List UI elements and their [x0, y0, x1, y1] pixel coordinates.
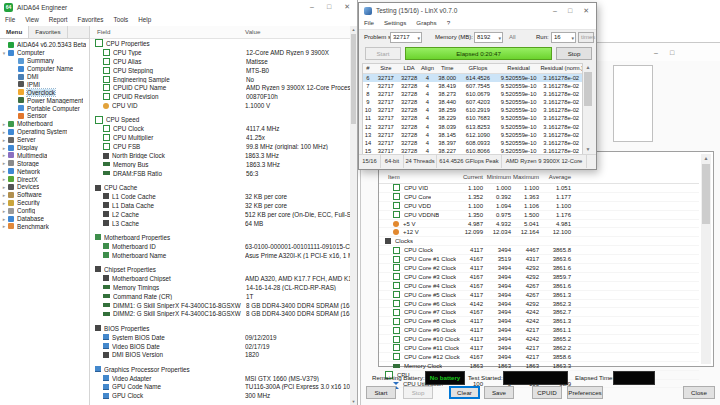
sensor-row-cpu-vid[interactable]: CPU VID1.1001.0001.1001.051 [379, 184, 699, 193]
result-row-8[interactable]: 83271732728438.273610.06799.520559e-103.… [363, 90, 582, 98]
sensor-row-clocks[interactable]: Clocks [379, 237, 699, 246]
tree-item-computer-name[interactable]: Computer Name [0, 65, 89, 73]
sensor-row-cpu-core-2-clock[interactable]: CPU Core #2 Clock4117349442923861.6 [379, 264, 699, 273]
field-row-chipset-properties[interactable]: Chipset Properties [90, 265, 351, 274]
tree-collapse-icon[interactable]: ▾ [0, 50, 8, 56]
tree-expand-icon[interactable]: ▸ [0, 152, 8, 158]
result-row-6[interactable]: 63271732728438.000614.45269.520559e-103.… [363, 74, 582, 82]
tree-item-ipmi[interactable]: IPMI [0, 80, 89, 88]
aida-menu-view[interactable]: View [20, 14, 44, 26]
field-row-gpu-clock[interactable]: GPU Clock300 MHz [90, 391, 351, 400]
field-row-video-bios-date[interactable]: Video BIOS Date02/17/19 [90, 342, 351, 351]
field-row-motherboard-properties[interactable]: Motherboard Properties [90, 233, 351, 242]
field-row-graphics-processor-properties[interactable]: Graphics Processor Properties [90, 365, 351, 374]
field-row-motherboard-id[interactable]: Motherboard ID63-0100-000001-00101111-09… [90, 242, 351, 251]
field-row-memory-bus[interactable]: Memory Bus1863.3 MHz [90, 160, 351, 169]
linx-menu-file[interactable]: File [359, 18, 379, 29]
field-row-cpuid-cpu-name[interactable]: CPUID CPU NameAMD Ryzen 9 3900X 12-Core … [90, 83, 351, 92]
field-row-gpu-code-name[interactable]: GPU Code NameTU116-300A (PCI Express 3.0… [90, 383, 351, 392]
tree-expand-icon[interactable]: ▸ [0, 216, 8, 222]
tree-item-config[interactable]: ▸Config [0, 207, 89, 215]
field-row-cpu-clock[interactable]: CPU Clock4117.4 MHz [90, 124, 351, 133]
tree-expand-icon[interactable]: ▸ [0, 200, 8, 206]
aida64-titlebar[interactable]: 64 AIDA64 Engineer – □ ✕ [0, 0, 357, 14]
problem-size-select[interactable]: 32717▾ [390, 32, 422, 43]
field-row-cpu-type[interactable]: CPU Type12-Core AMD Ryzen 9 3900X [90, 48, 351, 57]
field-row-l1-code-cache[interactable]: L1 Code Cache32 KB per core [90, 192, 351, 201]
field-row-system-bios-date[interactable]: System BIOS Date09/12/2019 [90, 333, 351, 342]
tree-item-dmi[interactable]: DMI [0, 73, 89, 81]
field-row-motherboard-chipset[interactable]: Motherboard ChipsetAMD A320, AMD K17.7 F… [90, 274, 351, 283]
scroll-thumb[interactable] [702, 164, 710, 224]
linx-menu-graphs[interactable]: Graphs [411, 18, 441, 29]
tree-expand-icon[interactable]: ▸ [0, 192, 8, 198]
tree-item-devices[interactable]: ▸Devices [0, 183, 89, 191]
field-row-north-bridge-clock[interactable]: North Bridge Clock1863.3 MHz [90, 151, 351, 160]
tree-item-operating-system[interactable]: ▸Operating System [0, 128, 89, 136]
tree-item-power-management[interactable]: Power Management [0, 96, 89, 104]
column-header-residual-norm[interactable]: Residual (norm.) [540, 64, 582, 73]
field-row-video-adapter[interactable]: Video AdapterMSI GTX 1660 (MS-V379) [90, 374, 351, 383]
stop-button[interactable]: Stop [403, 386, 433, 399]
tree-item-database[interactable]: ▸Database [0, 215, 89, 223]
tree-item-storage[interactable]: ▸Storage [0, 159, 89, 167]
sensor-row-cpu-core-10-clock[interactable]: CPU Core #10 Clock4117349442423865.2 [379, 335, 699, 344]
field-row-cpu-multiplier[interactable]: CPU Multiplier41.25x [90, 133, 351, 142]
tab-menu[interactable]: Menu [0, 26, 29, 38]
tree-expand-icon[interactable]: ▸ [0, 137, 8, 143]
column-header-time[interactable]: Time [435, 64, 459, 73]
field-row-engineering-sample[interactable]: Engineering SampleNo [90, 75, 351, 84]
scroll-up-icon[interactable]: ▲ [701, 154, 711, 163]
field-row-dimm1-g-skill-sniperx-f4-3400c16-8gsxw[interactable]: DIMM1: G Skill SniperX F4-3400C16-8GSXW8… [90, 301, 351, 310]
tree-expand-icon[interactable]: ▸ [0, 223, 8, 229]
field-row-memory-timings[interactable]: Memory Timings14-16-14-28 (CL-RCD-RP-RAS… [90, 283, 351, 292]
tree-item-aida64-v6-20-5343-beta[interactable]: AIDA64 v6.20.5343 Beta [0, 41, 89, 49]
linx-menu-[interactable]: ? [442, 18, 455, 29]
field-row-cpu-cache[interactable]: CPU Cache [90, 183, 351, 192]
sensor-row-cpu-clock[interactable]: CPU Clock4117349444673865.8 [379, 246, 699, 255]
result-row-13[interactable]: 133271732728438.145612.10909.520559e-103… [363, 131, 582, 139]
field-row-bios-properties[interactable]: BIOS Properties [90, 324, 351, 333]
field-row-cpu-properties[interactable]: CPU Properties [90, 39, 351, 48]
aida-menu-file[interactable]: File [0, 14, 20, 26]
tree-expand-icon[interactable]: ▸ [0, 184, 8, 190]
field-row-dimm2-g-skill-sniperx-f4-3400c16-8gsxw[interactable]: DIMM2: G Skill SniperX F4-3400C16-8GSXW8… [90, 310, 351, 319]
scroll-thumb[interactable] [584, 72, 592, 106]
tree-item-display[interactable]: ▸Display [0, 144, 89, 152]
field-row-cpu-stepping[interactable]: CPU SteppingMTS-B0 [90, 66, 351, 75]
detail-scrollbar[interactable]: ▲ ▼ [350, 26, 357, 405]
tree-item-benchmark[interactable]: ▸Benchmark [0, 222, 89, 230]
sensor-row-cpu-core-1-clock[interactable]: CPU Core #1 Clock4167351943173863.6 [379, 255, 699, 264]
tree-expand-icon[interactable]: ▸ [0, 208, 8, 214]
close-icon[interactable]: ✕ [583, 7, 589, 15]
cpuid-button[interactable]: CPUID [532, 386, 562, 399]
field-row-l2-cache[interactable]: L2 Cache512 KB per core (On-Die, ECC, Fu… [90, 210, 351, 219]
sensor-row-cpu-core-6-clock[interactable]: CPU Core #6 Clock4142349442923862.3 [379, 300, 699, 309]
tree-item-motherboard[interactable]: ▸Motherboard [0, 120, 89, 128]
column-header-residual[interactable]: Residual [497, 64, 541, 73]
clear-button[interactable]: Clear [449, 386, 480, 399]
tree-expand-icon[interactable]: ▸ [0, 145, 8, 151]
linx-titlebar[interactable]: Testing (15/16) - LinX v0.7.0 – □ ✕ [359, 3, 596, 18]
scroll-up-icon[interactable]: ▲ [350, 26, 357, 33]
run-count-select[interactable]: 16▾ [551, 32, 576, 43]
column-header-size[interactable]: Size [373, 64, 399, 73]
all-label[interactable]: All [509, 34, 516, 40]
tree-item-security[interactable]: ▸Security [0, 199, 89, 207]
linx-start-button[interactable]: Start [365, 47, 401, 60]
field-row-command-rate-cr[interactable]: Command Rate (CR)1T [90, 292, 351, 301]
result-row-9[interactable]: 93271732728438.440607.42039.520559e-103.… [363, 98, 582, 106]
column-header-lda[interactable]: LDA [399, 64, 420, 73]
tree-expand-icon[interactable]: ▸ [0, 129, 8, 135]
column-header-align[interactable]: Align [419, 64, 435, 73]
field-row-l1-data-cache[interactable]: L1 Data Cache32 KB per core [90, 201, 351, 210]
field-row-dmi-bios-version[interactable]: DMI BIOS Version1820 [90, 350, 351, 359]
tree-item-software[interactable]: ▸Software [0, 191, 89, 199]
tree-expand-icon[interactable]: ▸ [0, 160, 8, 166]
field-row-cpu-fsb[interactable]: CPU FSB99.8 MHz (original: 100 MHz) [90, 142, 351, 151]
sensor-row-cpu-vdd[interactable]: CPU VDD1.1001.0941.1061.100 [379, 202, 699, 211]
sensor-scrollbar[interactable]: ▲ [701, 154, 711, 364]
tree-item-server[interactable]: ▸Server [0, 136, 89, 144]
sensor-row-12-v[interactable]: +12 V12.09912.03412.16412.100 [379, 228, 699, 237]
minimize-icon[interactable]: – [310, 3, 314, 11]
